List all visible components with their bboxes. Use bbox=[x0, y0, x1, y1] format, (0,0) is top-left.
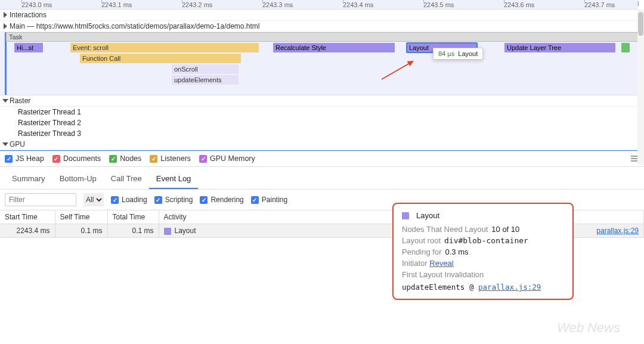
seg-onscroll[interactable]: onScroll bbox=[172, 64, 239, 74]
track-label: Main — https://www.html5rocks.com/static… bbox=[10, 22, 259, 30]
track-label: Raster bbox=[10, 97, 30, 105]
tab-bottom-up[interactable]: Bottom-Up bbox=[52, 169, 104, 189]
checkbox-icon: ✓ bbox=[109, 155, 117, 163]
filter-input[interactable] bbox=[5, 193, 76, 206]
raster-thread-list: Rasterizer Thread 1 Rasterizer Thread 2 … bbox=[0, 107, 644, 139]
watermark: Web News bbox=[557, 320, 620, 336]
seg-recalculate-style[interactable]: Recalculate Style bbox=[273, 43, 395, 52]
checkbox-icon: ✓ bbox=[200, 196, 208, 204]
detail-tabs: Summary Bottom-Up Call Tree Event Log bbox=[0, 169, 644, 190]
raster-thread-row[interactable]: Rasterizer Thread 2 bbox=[0, 117, 644, 128]
raster-thread-row[interactable]: Rasterizer Thread 1 bbox=[0, 107, 644, 117]
track-gpu[interactable]: GPU bbox=[0, 139, 644, 150]
track-raster[interactable]: Raster bbox=[0, 95, 644, 107]
col-self[interactable]: Self Time bbox=[55, 210, 107, 224]
checkbox-icon: ✓ bbox=[199, 155, 207, 163]
check-listeners[interactable]: ✓ Listeners bbox=[150, 154, 191, 163]
cell-self: 0.1 ms bbox=[55, 224, 107, 238]
chevron-right-icon bbox=[4, 12, 7, 18]
ruler-tick: 2243.4 ms bbox=[343, 0, 373, 10]
tab-summary[interactable]: Summary bbox=[5, 169, 52, 189]
memory-toolbar: ✓ JS Heap ✓ Documents ✓ Nodes ✓ Listener… bbox=[0, 150, 644, 167]
checkbox-icon: ✓ bbox=[52, 155, 60, 163]
track-interactions[interactable]: Interactions bbox=[0, 10, 644, 21]
ruler-tick: 2243.1 ms bbox=[101, 0, 132, 10]
check-documents[interactable]: ✓ Documents bbox=[52, 154, 101, 163]
timeline-ruler[interactable]: 2243.0 ms 2243.1 ms 2243.2 ms 2243.3 ms … bbox=[0, 0, 637, 10]
seg-event-scroll[interactable]: Event: scroll bbox=[70, 43, 259, 52]
detail-title: Layout bbox=[402, 211, 564, 220]
seg-updateelements[interactable]: updateElements bbox=[172, 75, 239, 85]
checkbox-icon: ✓ bbox=[5, 155, 13, 163]
chevron-down-icon bbox=[2, 99, 8, 103]
seg-function-call[interactable]: Function Call bbox=[80, 54, 241, 63]
scope-select[interactable]: All bbox=[83, 193, 104, 206]
tab-event-log[interactable]: Event Log bbox=[149, 169, 199, 189]
chevron-right-icon bbox=[4, 23, 7, 29]
col-start[interactable]: Start Time bbox=[0, 210, 55, 224]
checkbox-icon: ✓ bbox=[111, 196, 119, 204]
seg-hit-test[interactable]: Hi...st bbox=[14, 43, 43, 52]
chevron-down-icon bbox=[2, 142, 8, 146]
detail-stack: updateElements @ parallax.js:29 bbox=[402, 283, 564, 292]
scrollbar-thumb[interactable] bbox=[638, 12, 643, 36]
checkbox-icon: ✓ bbox=[154, 196, 162, 204]
activity-color-icon bbox=[164, 228, 171, 235]
seg-paint[interactable] bbox=[621, 43, 630, 52]
col-total[interactable]: Total Time bbox=[107, 210, 159, 224]
detail-color-icon bbox=[402, 212, 409, 219]
track-label: Interactions bbox=[10, 11, 47, 19]
checkbox-icon: ✓ bbox=[150, 155, 157, 163]
filter-loading[interactable]: ✓Loading bbox=[111, 196, 147, 204]
cell-start: 2243.4 ms bbox=[0, 224, 55, 238]
raster-thread-row[interactable]: Rasterizer Thread 3 bbox=[0, 128, 644, 139]
task-bar[interactable]: Task bbox=[6, 32, 638, 42]
source-link[interactable]: parallax.js:29 bbox=[596, 227, 639, 235]
cell-total: 0.1 ms bbox=[107, 224, 159, 238]
check-gpu-memory[interactable]: ✓ GPU Memory bbox=[199, 154, 255, 163]
check-js-heap[interactable]: ✓ JS Heap bbox=[5, 154, 44, 163]
seg-update-layer-tree[interactable]: Update Layer Tree bbox=[504, 43, 615, 52]
event-detail-panel: Layout Nodes That Need Layout10 of 10 La… bbox=[392, 203, 574, 300]
filter-scripting[interactable]: ✓Scripting bbox=[154, 196, 193, 204]
ruler-tick: 2243.3 ms bbox=[262, 0, 293, 10]
source-link[interactable]: parallax.js:29 bbox=[478, 283, 541, 292]
flame-chart[interactable]: Task Hi...st Event: scroll Recalculate S… bbox=[0, 32, 644, 95]
track-main[interactable]: Main — https://www.html5rocks.com/static… bbox=[0, 21, 644, 32]
ruler-tick: 2243.5 ms bbox=[423, 0, 454, 10]
tab-call-tree[interactable]: Call Tree bbox=[104, 169, 149, 189]
tooltip-duration: 84 µs bbox=[438, 50, 454, 57]
ruler-tick: 2243.0 ms bbox=[21, 0, 52, 10]
filter-painting[interactable]: ✓Painting bbox=[251, 196, 287, 204]
filter-rendering[interactable]: ✓Rendering bbox=[200, 196, 243, 204]
checkbox-icon: ✓ bbox=[251, 196, 259, 204]
track-label: GPU bbox=[10, 140, 25, 148]
initiator-reveal[interactable]: Reveal bbox=[429, 259, 453, 268]
ruler-tick: 2243.6 ms bbox=[504, 0, 534, 10]
scrollbar[interactable] bbox=[637, 10, 644, 165]
hover-tooltip: 84 µs Layout bbox=[433, 48, 483, 60]
ruler-tick: 2243.2 ms bbox=[182, 0, 212, 10]
ruler-tick: 2243.7 ms bbox=[584, 0, 615, 10]
check-nodes[interactable]: ✓ Nodes bbox=[109, 154, 141, 163]
tooltip-label: Layout bbox=[458, 50, 478, 57]
